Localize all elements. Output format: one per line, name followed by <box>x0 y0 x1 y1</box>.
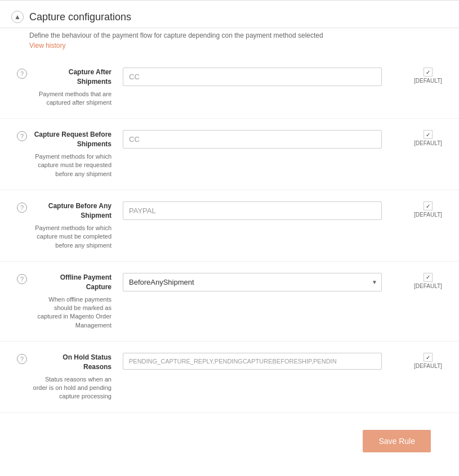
default-label-capture-after-shipments: [DEFAULT] <box>414 78 442 84</box>
label-capture-after-shipments: Capture After Shipments <box>33 68 112 87</box>
help-icon-on-hold-status-reasons[interactable]: ? <box>17 354 27 364</box>
default-label-capture-request-before-shipments: [DEFAULT] <box>414 140 442 146</box>
default-checkbox-capture-after-shipments[interactable]: ✓ <box>424 68 433 77</box>
help-icon-capture-after-shipments[interactable]: ? <box>17 69 27 79</box>
desc-capture-after-shipments: Payment methods that are captured after … <box>33 90 112 107</box>
label-offline-payment-capture: Offline Payment Capture <box>33 273 112 292</box>
help-icon-offline-payment-capture[interactable]: ? <box>17 274 27 284</box>
label-capture-before-any-shipment: Capture Before Any Shipment <box>33 201 112 221</box>
page-wrapper: ▲ Capture configurations Define the beha… <box>0 0 459 476</box>
select-wrapper-offline-payment-capture: BeforeAnyShipment AfterShipment Manual ▼ <box>123 273 382 291</box>
input-on-hold-status-reasons[interactable] <box>123 353 382 370</box>
default-label-capture-before-any-shipment: [DEFAULT] <box>414 212 442 218</box>
desc-offline-payment-capture: When offline payments should be marked a… <box>33 295 112 330</box>
default-label-offline-payment-capture: [DEFAULT] <box>414 283 442 289</box>
section-description: Define the behaviour of the payment flow… <box>0 28 459 41</box>
default-checkbox-capture-request-before-shipments[interactable]: ✓ <box>424 130 433 139</box>
section-header: ▲ Capture configurations <box>0 1 459 28</box>
default-checkbox-capture-before-any-shipment[interactable]: ✓ <box>424 201 433 210</box>
select-offline-payment-capture[interactable]: BeforeAnyShipment AfterShipment Manual <box>123 273 382 291</box>
default-checkbox-on-hold-status-reasons[interactable]: ✓ <box>424 353 433 362</box>
row-capture-after-shipments: ? Capture After Shipments Payment method… <box>0 56 459 119</box>
row-capture-before-any-shipment: ? Capture Before Any Shipment Payment me… <box>0 190 459 262</box>
help-icon-capture-request-before-shipments[interactable]: ? <box>17 131 27 141</box>
label-capture-request-before-shipments: Capture Request Before Shipments <box>33 130 112 149</box>
default-label-on-hold-status-reasons: [DEFAULT] <box>414 363 442 369</box>
view-history-link[interactable]: View history <box>0 41 459 56</box>
desc-on-hold-status-reasons: Status reasons when an order is on hold … <box>33 375 112 401</box>
input-capture-before-any-shipment[interactable] <box>123 201 382 220</box>
row-on-hold-status-reasons: ? On Hold Status Reasons Status reasons … <box>0 342 459 413</box>
label-on-hold-status-reasons: On Hold Status Reasons <box>33 353 112 372</box>
footer-row: Save Rule <box>0 413 459 469</box>
save-rule-button[interactable]: Save Rule <box>363 430 431 452</box>
desc-capture-request-before-shipments: Payment methods for which capture must b… <box>33 152 112 178</box>
desc-capture-before-any-shipment: Payment methods for which capture must b… <box>33 224 112 250</box>
input-capture-after-shipments[interactable] <box>123 68 382 86</box>
help-icon-capture-before-any-shipment[interactable]: ? <box>17 203 27 213</box>
collapse-icon[interactable]: ▲ <box>11 11 24 23</box>
row-offline-payment-capture: ? Offline Payment Capture When offline p… <box>0 262 459 342</box>
default-checkbox-offline-payment-capture[interactable]: ✓ <box>424 273 433 282</box>
row-capture-request-before-shipments: ? Capture Request Before Shipments Payme… <box>0 119 459 190</box>
input-capture-request-before-shipments[interactable] <box>123 130 382 149</box>
section-title: Capture configurations <box>29 11 131 23</box>
